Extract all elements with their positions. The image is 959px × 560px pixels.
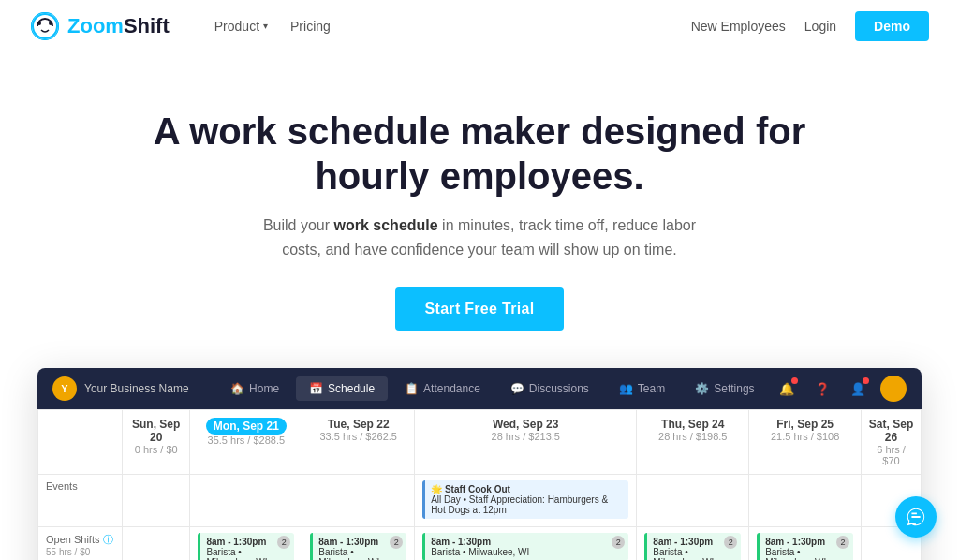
- day-header-mon: Mon, Sep 21 35.5 hrs / $288.5: [190, 410, 302, 475]
- shift-block[interactable]: 8am - 1:30pm 2 Barista • Milwaukee, WI: [757, 533, 853, 560]
- app-nav-right: 🔔 ❓ 👤: [774, 376, 907, 402]
- demo-button[interactable]: Demo: [855, 11, 929, 41]
- user-avatar[interactable]: [880, 376, 907, 402]
- open-shift-sun: [123, 527, 190, 560]
- app-nav-home[interactable]: 🏠 Home: [217, 376, 292, 401]
- chat-bubble[interactable]: [895, 496, 937, 538]
- attendance-icon: 📋: [405, 382, 419, 395]
- app-nav-discussions[interactable]: 💬 Discussions: [497, 376, 602, 401]
- day-header-fri: Fri, Sep 25 21.5 hrs / $108: [749, 410, 862, 475]
- nav-links: Product ▾ Pricing: [214, 19, 331, 34]
- shift-role: Barista • Milwaukee, WI: [206, 547, 267, 560]
- open-shift-tue[interactable]: 8am - 1:30pm 2 Barista • Milwaukee, WI: [302, 527, 415, 560]
- shift-role: Barista • Milwaukee, WI: [765, 547, 826, 560]
- day-header-sat: Sat, Sep 26 6 hrs / $70: [862, 410, 922, 475]
- open-shifts-row: Open Shifts ⓘ 55 hrs / $0 8am - 1:30pm 2…: [38, 527, 922, 560]
- pricing-nav-link[interactable]: Pricing: [290, 19, 331, 34]
- shift-block[interactable]: 8am - 1:30pm 2 Barista • Milwaukee, WI: [644, 533, 741, 560]
- event-item[interactable]: 🌟 Staff Cook Out All Day • Staff Appreci…: [422, 480, 628, 519]
- business-name: Your Business Name: [84, 382, 189, 395]
- open-shift-fri[interactable]: 8am - 1:30pm 2 Barista • Milwaukee, WI: [749, 527, 862, 560]
- shift-time: 8am - 1:30pm: [318, 537, 378, 547]
- navbar: ZoomShift Product ▾ Pricing New Employee…: [0, 0, 959, 52]
- events-wed[interactable]: 🌟 Staff Cook Out All Day • Staff Appreci…: [415, 475, 637, 527]
- shift-count: 2: [724, 536, 737, 549]
- schedule-icon: 📅: [309, 382, 323, 395]
- chat-icon: [906, 507, 926, 527]
- shift-block[interactable]: 8am - 1:30pm 2 Barista • Milwaukee, WI: [422, 533, 628, 560]
- login-link[interactable]: Login: [804, 19, 836, 34]
- svg-point-3: [37, 22, 41, 25]
- shift-count: 2: [277, 536, 290, 549]
- schedule-table-wrap: Sun, Sep 20 0 hrs / $0 Mon, Sep 21 35.5 …: [37, 409, 922, 560]
- profile-badge: [863, 377, 869, 384]
- event-title: 🌟 Staff Cook Out: [431, 484, 510, 494]
- chevron-down-icon: ▾: [263, 21, 268, 31]
- logo-text: ZoomShift: [67, 14, 170, 38]
- day-header-thu: Thu, Sep 24 28 hrs / $198.5: [637, 410, 749, 475]
- row-label-header: [38, 410, 123, 475]
- shift-block[interactable]: 8am - 1:30pm 2 Barista • Milwaukee, WI: [310, 533, 406, 560]
- app-nav-settings[interactable]: ⚙️ Settings: [682, 376, 767, 401]
- logo-icon: [30, 11, 60, 41]
- events-row: Events 🌟 Staff Cook Out All Day • Staff …: [38, 475, 922, 527]
- shift-count: 2: [612, 536, 625, 549]
- profile-icon[interactable]: 👤: [845, 376, 871, 402]
- app-business: Y Your Business Name: [52, 376, 189, 401]
- shift-role: Barista • Milwaukee, WI: [431, 547, 529, 557]
- events-thu: [637, 475, 749, 527]
- notifications-icon[interactable]: 🔔: [774, 376, 800, 402]
- shift-time: 8am - 1:30pm: [653, 537, 713, 547]
- nav-right: New Employees Login Demo: [691, 11, 929, 41]
- settings-icon: ⚙️: [695, 382, 709, 395]
- logo[interactable]: ZoomShift: [30, 11, 170, 41]
- start-trial-button[interactable]: Start Free Trial: [395, 287, 565, 331]
- team-icon: 👥: [619, 382, 633, 395]
- day-header-sun: Sun, Sep 20 0 hrs / $0: [123, 410, 190, 475]
- events-label: Events: [38, 475, 123, 527]
- event-details: All Day • Staff Appreciation: Hamburgers…: [431, 494, 608, 515]
- hero-section: A work schedule maker designed for hourl…: [0, 52, 959, 368]
- app-nav-team[interactable]: 👥 Team: [606, 376, 678, 401]
- avatar: Y: [52, 376, 77, 401]
- day-header-tue: Tue, Sep 22 33.5 hrs / $262.5: [302, 410, 415, 475]
- hero-subtext: Build your work schedule in minutes, tra…: [255, 214, 704, 261]
- open-shift-wed[interactable]: 8am - 1:30pm 2 Barista • Milwaukee, WI: [415, 527, 637, 560]
- app-nav-schedule[interactable]: 📅 Schedule: [296, 376, 388, 401]
- hero-headline: A work schedule maker designed for hourl…: [152, 109, 807, 199]
- open-shifts-help-icon[interactable]: ⓘ: [103, 534, 113, 545]
- open-shift-thu[interactable]: 8am - 1:30pm 2 Barista • Milwaukee, WI: [637, 527, 749, 560]
- app-navbar: Y Your Business Name 🏠 Home 📅 Schedule 📋…: [37, 368, 922, 409]
- home-icon: 🏠: [230, 382, 244, 395]
- events-sun: [123, 475, 190, 527]
- events-fri: [749, 475, 862, 527]
- app-nav-attendance[interactable]: 📋 Attendance: [391, 376, 494, 401]
- open-shifts-label: Open Shifts ⓘ 55 hrs / $0: [38, 527, 123, 560]
- shift-role: Barista • Milwaukee, WI: [653, 547, 714, 560]
- help-icon[interactable]: ❓: [809, 376, 835, 402]
- product-nav-link[interactable]: Product ▾: [214, 19, 268, 34]
- new-employees-link[interactable]: New Employees: [691, 19, 786, 34]
- discussions-icon: 💬: [510, 382, 524, 395]
- shift-count: 2: [836, 536, 849, 549]
- shift-block[interactable]: 8am - 1:30pm 2 Barista • Milwaukee, WI: [198, 533, 294, 560]
- shift-time: 8am - 1:30pm: [206, 537, 266, 547]
- app-preview: Y Your Business Name 🏠 Home 📅 Schedule 📋…: [37, 368, 922, 560]
- open-shift-mon[interactable]: 8am - 1:30pm 2 Barista • Milwaukee, WI: [190, 527, 302, 560]
- schedule-table: Sun, Sep 20 0 hrs / $0 Mon, Sep 21 35.5 …: [37, 409, 922, 560]
- shift-role: Barista • Milwaukee, WI: [318, 547, 379, 560]
- day-header-wed: Wed, Sep 23 28 hrs / $213.5: [415, 410, 637, 475]
- shift-time: 8am - 1:30pm: [765, 537, 825, 547]
- events-tue: [302, 475, 415, 527]
- events-mon: [190, 475, 302, 527]
- notification-badge: [791, 377, 798, 384]
- shift-time: 8am - 1:30pm: [431, 537, 491, 547]
- svg-point-4: [49, 22, 52, 25]
- app-nav-items: 🏠 Home 📅 Schedule 📋 Attendance 💬 Discuss…: [212, 376, 774, 401]
- shift-count: 2: [390, 536, 403, 549]
